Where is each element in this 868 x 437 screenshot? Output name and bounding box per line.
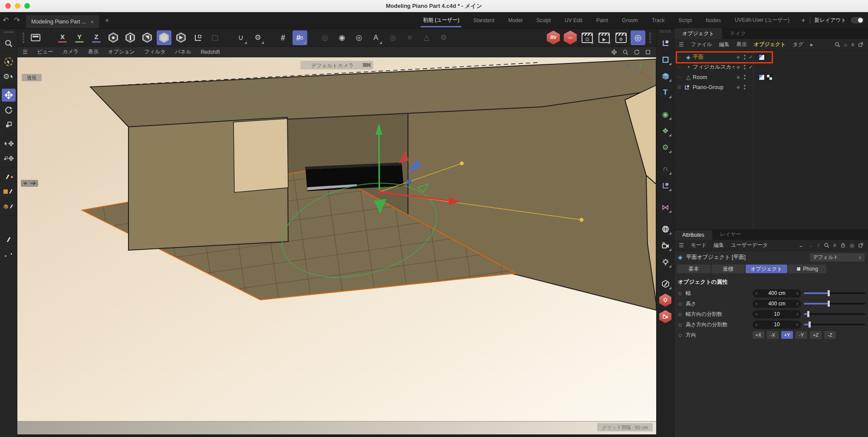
snap-toggle-button[interactable]: ∪ (233, 30, 248, 45)
preset-dropdown[interactable]: デフォルト ∨ (810, 253, 865, 262)
spinner-increment-icon[interactable]: › (796, 290, 798, 296)
add-layout-button[interactable]: + (801, 17, 805, 24)
viewport-menu-3[interactable]: オプション (108, 48, 135, 56)
capture-view-button[interactable]: ◎ (631, 30, 645, 45)
menu-overflow-arrow-icon[interactable]: ▶ (810, 43, 813, 47)
layer-diamond-icon[interactable]: ◆ (734, 64, 742, 70)
render-picture-viewer-button[interactable]: ▶ (597, 30, 612, 45)
palette-grip[interactable] (660, 30, 671, 33)
om-tab-1[interactable]: テイク (722, 28, 754, 39)
slider-handle[interactable] (828, 290, 830, 296)
value-slider[interactable] (804, 290, 865, 296)
slider-handle[interactable] (809, 321, 811, 328)
spinner-increment-icon[interactable]: › (796, 311, 798, 317)
om-menu-3[interactable]: オブジェクト (754, 41, 786, 48)
tool-settings-button[interactable]: ◉ (335, 30, 349, 45)
redshift-light-button[interactable] (658, 293, 673, 307)
phong-tag[interactable] (759, 74, 765, 80)
section-tab-オブジェクト[interactable]: オブジェクト (746, 265, 787, 273)
external-window-icon[interactable] (858, 42, 864, 47)
viewport-solo-button[interactable]: ◎ (385, 30, 400, 45)
add-symmetry-button[interactable]: ⋈ (658, 200, 673, 214)
direction-+Z-button[interactable]: +Z (810, 331, 822, 339)
lock-icon[interactable] (840, 242, 846, 248)
layout-tab-5[interactable]: Paint (591, 12, 614, 28)
keyframe-diamond-icon[interactable]: ◇ (677, 322, 683, 328)
attr-menu-0[interactable]: モード (691, 242, 707, 249)
zoom-view-icon[interactable] (622, 49, 628, 55)
attr-tab-0[interactable]: Attributes (674, 230, 712, 240)
enabled-check-icon[interactable]: ✓ (747, 64, 754, 70)
auto-switch-mode-button[interactable]: A (368, 30, 383, 45)
expander-icon[interactable]: ⊞ (674, 85, 684, 89)
layout-tab-8[interactable]: Script (673, 12, 697, 28)
om-menu-0[interactable]: ファイル (691, 41, 712, 48)
multi-move-tool-button[interactable] (2, 152, 16, 165)
direction--Y-button[interactable]: -Y (796, 331, 807, 339)
value-slider[interactable] (804, 321, 865, 328)
object-axis-mode-button[interactable]: ▢ (207, 30, 222, 45)
viewport-menu-0[interactable]: ビュー (37, 48, 53, 56)
layout-tab-2[interactable]: Model (503, 12, 528, 28)
layer-diamond-icon[interactable]: ◆ (734, 84, 742, 90)
filter-icon[interactable]: ≡ (851, 42, 854, 48)
layer-diamond-icon[interactable]: ◆ (734, 74, 742, 80)
search-icon[interactable] (824, 242, 829, 248)
toggle-view-icon[interactable] (645, 49, 651, 55)
redshift-camera-button[interactable] (658, 310, 673, 324)
camera-label-chip[interactable]: デフォルトカメラ (300, 61, 373, 70)
viewport-3d[interactable]: 透視 デフォルトカメラ Y Z X グリッド間隔 : 50 cm (17, 57, 656, 434)
layout-toggle-switch[interactable] (851, 17, 864, 23)
add-deformer-button[interactable]: ∩ (658, 162, 673, 176)
axis-lock-z-button[interactable]: Z (89, 30, 104, 45)
om-menu-4[interactable]: タグ (792, 41, 803, 48)
search-icon[interactable] (835, 42, 840, 47)
points-mode-button[interactable] (106, 30, 121, 45)
zoom-tool-button[interactable] (2, 36, 16, 50)
rectangle-spline-tool-button[interactable] (2, 185, 16, 198)
object-move-tool-button[interactable] (2, 137, 16, 150)
value-slider[interactable] (804, 311, 865, 317)
add-light-button[interactable] (658, 255, 673, 269)
om-menu-1[interactable]: 編集 (719, 41, 730, 48)
axis-band-widget[interactable] (21, 180, 38, 187)
spline-pen-tool-button[interactable] (2, 170, 16, 183)
visibility-dots[interactable] (742, 85, 747, 89)
direction--X-button[interactable]: -X (767, 331, 779, 339)
room-door-opening[interactable] (233, 119, 288, 192)
render-settings-button[interactable]: ⚙ (614, 30, 628, 45)
edges-mode-button[interactable] (123, 30, 138, 45)
layout-tab-7[interactable]: Track (646, 12, 671, 28)
brush-tool-button[interactable] (2, 218, 16, 232)
live-selection-tool-button[interactable] (2, 55, 16, 68)
viewport-hamburger-icon[interactable]: ☰ (23, 49, 28, 55)
add-primitive-button[interactable] (658, 69, 673, 83)
value-spinner[interactable]: ‹10› (753, 310, 801, 318)
section-tab-Phong[interactable]: Phong (788, 265, 826, 273)
polygons-mode-button[interactable] (140, 30, 155, 45)
up-icon[interactable]: ↑ (817, 242, 820, 248)
viewport-menu-2[interactable]: 表示 (88, 48, 99, 56)
external-window-icon[interactable] (858, 242, 864, 248)
redo-icon[interactable]: ↷ (11, 16, 23, 25)
visibility-dots[interactable] (742, 75, 747, 79)
view-panel-button[interactable] (28, 30, 43, 45)
value-slider[interactable] (804, 301, 865, 307)
add-environment-button[interactable] (658, 222, 673, 236)
layout-tab-10[interactable]: UVEdit-User (ユーザー) (729, 12, 796, 28)
model-mode-button[interactable] (157, 30, 171, 45)
home-icon[interactable]: ⌂ (844, 42, 847, 48)
render-region-button[interactable]: ⊡ (580, 30, 595, 45)
palette-grip[interactable] (4, 31, 13, 33)
value-spinner[interactable]: ‹400 cm› (753, 289, 801, 298)
layout-tab-4[interactable]: UV Edit (559, 12, 588, 28)
undo-icon[interactable]: ↶ (0, 16, 11, 25)
scale-tool-button[interactable] (2, 118, 16, 131)
workplane-mode-button[interactable] (191, 30, 205, 45)
visibility-dots[interactable] (742, 65, 747, 70)
direction-+X-button[interactable]: +X (753, 331, 764, 339)
viewport-menu-6[interactable]: Redshift (201, 49, 220, 55)
object-row-Piano-Group[interactable]: ⊞Piano-Group◆ (674, 82, 868, 92)
value-spinner[interactable]: ‹10› (753, 321, 801, 329)
section-tab-座標[interactable]: 座標 (711, 265, 745, 273)
